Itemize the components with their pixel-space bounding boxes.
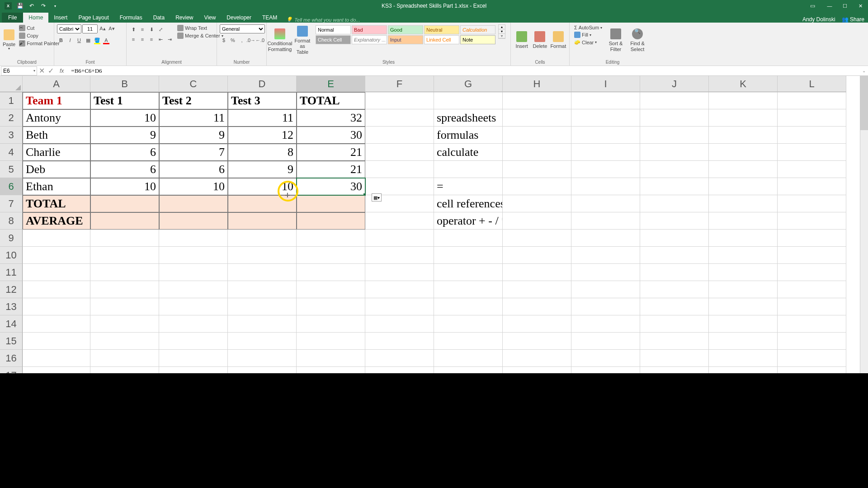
cell-L13[interactable] bbox=[778, 298, 846, 315]
col-header-J[interactable]: J bbox=[640, 76, 709, 92]
cell-F4[interactable] bbox=[365, 144, 434, 161]
cell-G15[interactable] bbox=[434, 333, 503, 350]
cell-A3[interactable]: Beth bbox=[23, 127, 90, 144]
cell-K1[interactable] bbox=[709, 92, 778, 109]
cell-I3[interactable] bbox=[571, 127, 640, 144]
cell-G11[interactable] bbox=[434, 264, 503, 281]
cell-H5[interactable] bbox=[503, 161, 571, 178]
cell-D8[interactable] bbox=[228, 212, 297, 230]
cell-J11[interactable] bbox=[640, 264, 709, 281]
cell-A12[interactable] bbox=[23, 281, 90, 298]
cell-A10[interactable] bbox=[23, 247, 90, 264]
insert-cells-button[interactable]: Insert bbox=[514, 24, 530, 56]
cell-I12[interactable] bbox=[571, 281, 640, 298]
enter-formula-button[interactable]: ✓ bbox=[46, 66, 55, 75]
cell-F2[interactable] bbox=[365, 109, 434, 127]
cell-F11[interactable] bbox=[365, 264, 434, 281]
cell-J2[interactable] bbox=[640, 109, 709, 127]
cell-C14[interactable] bbox=[159, 315, 228, 333]
cell-B15[interactable] bbox=[90, 333, 159, 350]
row-header-7[interactable]: 7 bbox=[0, 195, 23, 212]
cell-K9[interactable] bbox=[709, 230, 778, 247]
cell-C15[interactable] bbox=[159, 333, 228, 350]
fill-color-button[interactable]: 🪣 bbox=[93, 36, 101, 44]
cell-D11[interactable] bbox=[228, 264, 297, 281]
align-center-button[interactable]: ≡ bbox=[138, 35, 146, 43]
cell-C5[interactable]: 6 bbox=[159, 161, 228, 178]
cell-A16[interactable] bbox=[23, 350, 90, 367]
cell-G7[interactable]: cell references bbox=[434, 195, 503, 212]
cell-I1[interactable] bbox=[571, 92, 640, 109]
cell-B1[interactable]: Test 1 bbox=[90, 92, 159, 109]
cell-F14[interactable] bbox=[365, 315, 434, 333]
cell-F1[interactable] bbox=[365, 92, 434, 109]
cell-E4[interactable]: 21 bbox=[297, 144, 365, 161]
cell-J15[interactable] bbox=[640, 333, 709, 350]
cell-B4[interactable]: 6 bbox=[90, 144, 159, 161]
cell-G1[interactable] bbox=[434, 92, 503, 109]
paste-button[interactable]: Paste▾ bbox=[3, 24, 15, 56]
align-top-button[interactable]: ⬆ bbox=[129, 25, 137, 33]
cell-G3[interactable]: formulas bbox=[434, 127, 503, 144]
ribbon-display-icon[interactable]: ▭ bbox=[807, 0, 818, 12]
cell-B9[interactable] bbox=[90, 230, 159, 247]
tell-me-search[interactable]: 💡Tell me what you want to do... bbox=[286, 17, 360, 23]
col-header-C[interactable]: C bbox=[159, 76, 228, 92]
cell-L14[interactable] bbox=[778, 315, 846, 333]
autosum-button[interactable]: ΣAutoSum▾ bbox=[572, 24, 604, 31]
cell-L15[interactable] bbox=[778, 333, 846, 350]
style-linked-cell[interactable]: Linked Cell bbox=[424, 35, 459, 44]
cell-K2[interactable] bbox=[709, 109, 778, 127]
align-right-button[interactable]: ≡ bbox=[147, 35, 156, 43]
cell-L4[interactable] bbox=[778, 144, 846, 161]
cell-D12[interactable] bbox=[228, 281, 297, 298]
cell-A15[interactable] bbox=[23, 333, 90, 350]
cell-E9[interactable] bbox=[297, 230, 365, 247]
cell-L3[interactable] bbox=[778, 127, 846, 144]
cell-A7[interactable]: TOTAL bbox=[23, 195, 90, 212]
font-color-button[interactable]: A bbox=[102, 36, 110, 44]
row-header-9[interactable]: 9 bbox=[0, 230, 23, 247]
cell-A13[interactable] bbox=[23, 298, 90, 315]
row-header-2[interactable]: 2 bbox=[0, 109, 23, 127]
row-header-4[interactable]: 4 bbox=[0, 144, 23, 161]
expand-formula-bar-button[interactable]: ⌄ bbox=[860, 68, 868, 73]
cell-E2[interactable]: 32 bbox=[297, 109, 365, 127]
col-header-I[interactable]: I bbox=[571, 76, 640, 92]
percent-button[interactable]: % bbox=[229, 36, 237, 44]
cell-G16[interactable] bbox=[434, 350, 503, 367]
cell-B8[interactable] bbox=[90, 212, 159, 230]
cell-J7[interactable] bbox=[640, 195, 709, 212]
row-header-5[interactable]: 5 bbox=[0, 161, 23, 178]
col-header-K[interactable]: K bbox=[709, 76, 778, 92]
row-header-1[interactable]: 1 bbox=[0, 92, 23, 109]
qat-more-icon[interactable]: ▾ bbox=[52, 2, 59, 9]
align-left-button[interactable]: ≡ bbox=[129, 35, 137, 43]
style-neutral[interactable]: Neutral bbox=[424, 25, 459, 34]
cell-K16[interactable] bbox=[709, 350, 778, 367]
cell-B2[interactable]: 10 bbox=[90, 109, 159, 127]
cell-K4[interactable] bbox=[709, 144, 778, 161]
name-box[interactable]: E6▾ bbox=[1, 66, 37, 75]
styles-scroll[interactable]: ▴▾▿ bbox=[498, 24, 505, 39]
cell-E12[interactable] bbox=[297, 281, 365, 298]
cell-H16[interactable] bbox=[503, 350, 571, 367]
shrink-font-button[interactable]: A▾ bbox=[108, 24, 116, 33]
cell-K14[interactable] bbox=[709, 315, 778, 333]
cell-G8[interactable]: operator + - / * bbox=[434, 212, 503, 230]
cell-J14[interactable] bbox=[640, 315, 709, 333]
cell-F13[interactable] bbox=[365, 298, 434, 315]
cell-E16[interactable] bbox=[297, 350, 365, 367]
cell-L16[interactable] bbox=[778, 350, 846, 367]
cell-K13[interactable] bbox=[709, 298, 778, 315]
cell-E14[interactable] bbox=[297, 315, 365, 333]
cell-I5[interactable] bbox=[571, 161, 640, 178]
row-header-15[interactable]: 15 bbox=[0, 333, 23, 350]
col-header-B[interactable]: B bbox=[90, 76, 159, 92]
spreadsheet-grid[interactable]: ABCDEFGHIJKL1Team 1Test 1Test 2Test 3TOT… bbox=[0, 76, 868, 384]
cell-H6[interactable] bbox=[503, 178, 571, 195]
bold-button[interactable]: B bbox=[57, 36, 65, 44]
cell-L5[interactable] bbox=[778, 161, 846, 178]
cell-I8[interactable] bbox=[571, 212, 640, 230]
cell-E6[interactable]: 30 bbox=[297, 178, 365, 195]
